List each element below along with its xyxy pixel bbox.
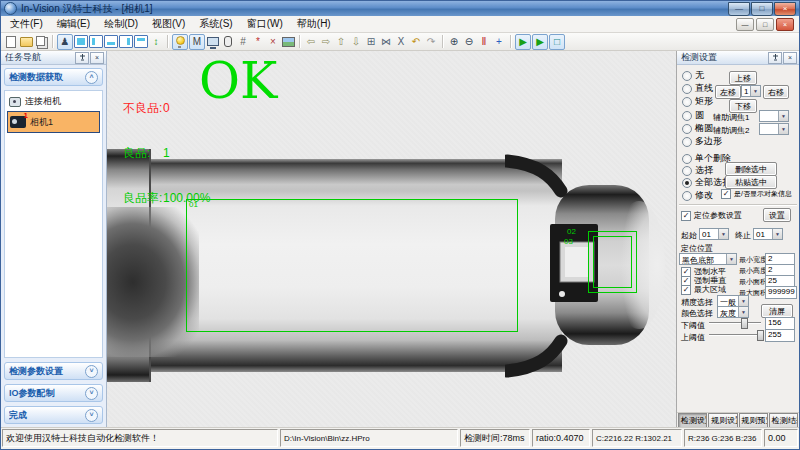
radio-ellipse[interactable]: 椭圆 [682,122,713,135]
pos-params-checkbox[interactable]: ✓定位参数设置 [681,210,742,221]
arrow-up-icon[interactable]: ⇧ [334,35,348,49]
tab-detect-results[interactable]: 检测结果 [769,413,798,427]
lower-threshold-label: 下阈值 [681,320,705,331]
red-columns-icon[interactable]: Ⅱ [477,35,491,49]
move-cross-icon[interactable]: + [492,35,506,49]
max-area-input[interactable]: 999999 [765,286,797,299]
color-select-dropdown[interactable]: 灰度▼ [717,306,749,318]
pin-icon[interactable] [75,52,89,64]
mouse-icon[interactable] [221,35,235,49]
view-layout-2-icon[interactable] [89,35,103,48]
pos-location-dropdown[interactable]: 黑色底部▼ [679,253,737,265]
image-icon[interactable] [281,35,295,49]
red-edit-icon[interactable]: * [251,35,265,49]
light-toggle-icon[interactable] [172,34,188,50]
radio-polygon[interactable]: 多边形 [682,135,722,148]
menu-draw[interactable]: 绘制(D) [97,16,145,32]
chevron-down-icon[interactable]: ˅ [85,365,98,378]
mirror-x-icon[interactable]: Ⅹ [394,35,408,49]
undo-icon[interactable]: ↶ [409,35,423,49]
mdi-close-button[interactable]: × [776,18,794,31]
detect-settings-body: 无 直线 矩形 圆 椭圆 多边形 单个删除 选择 全部选择 修改 上移 左移 1… [677,65,799,412]
arrow-left-icon[interactable]: ⇦ [304,35,318,49]
move-up-button[interactable]: 上移 [729,71,757,85]
menu-system[interactable]: 系统(S) [192,16,239,32]
aux-focus-2-dropdown[interactable]: ▼ [759,123,789,135]
menu-help[interactable]: 帮助(H) [290,16,338,32]
view-layout-1-icon[interactable] [74,35,88,48]
chevron-down-icon[interactable]: ˅ [85,409,98,422]
start-dropdown[interactable]: 01▼ [699,228,729,240]
move-left-button[interactable]: 左移 [715,85,741,99]
radio-modify[interactable]: 修改 [682,189,713,202]
tab-detect-settings[interactable]: 检测设置 [678,413,707,427]
mdi-restore-button[interactable]: □ [756,18,774,31]
group-detect-params[interactable]: 检测参数设置 ˅ [4,362,103,380]
clear-screen-button[interactable]: 清屏 [761,304,793,318]
settings-button[interactable]: 设置 [763,208,791,222]
menu-view[interactable]: 视图(V) [145,16,192,32]
radio-select-all[interactable]: 全部选择 [682,176,731,189]
tree-item-camera1[interactable]: 1 相机1 [7,111,100,133]
red-delete-icon[interactable]: × [266,35,280,49]
group-data-acquisition[interactable]: 检测数据获取 ˄ [4,68,103,86]
copy-pages-icon[interactable] [34,35,48,49]
stop-icon[interactable]: □ [549,34,565,50]
run-icon[interactable]: ▶ [515,34,531,50]
grid-arrows-icon[interactable]: ⊞ [364,35,378,49]
upper-threshold-input[interactable]: 255 [765,329,795,342]
chevron-up-icon[interactable]: ˄ [85,71,98,84]
paste-selected-button[interactable]: 粘贴选中 [725,175,777,189]
tab-rule-preview[interactable]: 规则预览 [739,413,768,427]
arrow-right-icon[interactable]: ⇨ [319,35,333,49]
menu-window[interactable]: 窗口(W) [240,16,290,32]
new-file-icon[interactable] [4,35,18,49]
mdi-minimize-button[interactable]: — [736,18,754,31]
restore-button[interactable]: □ [751,2,773,16]
tab-rule-settings[interactable]: 规则设置 [708,413,737,427]
close-icon[interactable]: × [783,52,797,64]
lower-threshold-slider[interactable] [709,318,761,327]
measure-icon[interactable]: M [189,34,205,50]
open-folder-icon[interactable] [19,35,33,49]
minimize-button[interactable]: — [728,2,750,16]
zoom-out-icon[interactable]: ⊖ [462,35,476,49]
redo-icon[interactable]: ↷ [424,35,438,49]
tree-item-connect-camera[interactable]: 连接相机 [7,94,100,109]
roi-rect-03[interactable] [593,236,632,288]
aux-focus-1-dropdown[interactable]: ▼ [759,110,789,122]
end-dropdown[interactable]: 01▼ [753,228,783,240]
close-button[interactable]: × [774,2,796,16]
group-io-params[interactable]: IO参数配制 ˅ [4,384,103,402]
pin-icon[interactable] [768,52,782,64]
radio-none[interactable]: 无 [682,69,704,82]
radio-circle[interactable]: 圆 [682,109,704,122]
mirror-h-icon[interactable]: ⋈ [379,35,393,49]
menu-file[interactable]: 文件(F) [3,16,50,32]
move-down-button[interactable]: 下移 [729,99,757,113]
monitor-icon[interactable] [206,35,220,49]
view-layout-5-icon[interactable] [134,35,148,48]
ng-count: 0 [163,101,170,115]
person-icon[interactable]: ♟ [57,34,73,50]
upper-threshold-slider[interactable] [709,330,761,339]
group-finish[interactable]: 完成 ˅ [4,406,103,424]
close-icon[interactable]: × [90,52,104,64]
run-once-icon[interactable]: ▶ [532,34,548,50]
zoom-in-icon[interactable]: ⊕ [447,35,461,49]
show-info-checkbox[interactable]: ✓是/否显示对象信息 [721,189,792,199]
move-step-dropdown[interactable]: 1▼ [741,85,761,97]
green-adjust-icon[interactable]: ↕ [149,35,163,49]
view-layout-4-icon[interactable] [119,35,133,48]
max-region-checkbox[interactable]: ✓最大区域 [681,284,726,295]
delete-selected-button[interactable]: 删除选中 [725,162,777,176]
chevron-down-icon[interactable]: ˅ [85,387,98,400]
radio-line[interactable]: 直线 [682,82,713,95]
menu-edit[interactable]: 编辑(E) [50,16,97,32]
grid-icon[interactable]: # [236,35,250,49]
roi-rect-01[interactable]: 01 [186,199,518,332]
move-right-button[interactable]: 右移 [763,85,789,99]
radio-rect[interactable]: 矩形 [682,95,713,108]
view-layout-3-icon[interactable] [104,35,118,48]
arrow-down-icon[interactable]: ⇩ [349,35,363,49]
